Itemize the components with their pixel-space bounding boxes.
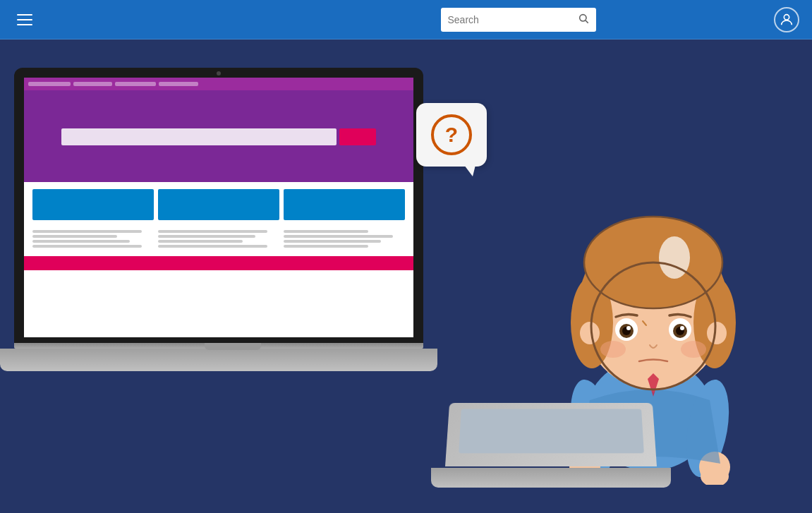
website-nav-item (73, 82, 112, 86)
laptop-screen-outer (14, 68, 423, 343)
website-header-bar (24, 78, 413, 90)
svg-line-1 (586, 20, 588, 23)
search-icon (578, 13, 589, 27)
laptop-base (0, 349, 437, 371)
text-col-1 (32, 230, 154, 248)
website-cards-section (24, 182, 413, 224)
hamburger-line-3 (17, 24, 32, 25)
website-footer-bar (24, 256, 413, 270)
text-line (284, 235, 393, 238)
text-line (32, 240, 130, 243)
user-profile-button[interactable] (774, 7, 799, 32)
website-nav-item (159, 82, 198, 86)
desk-laptop-screen-display (459, 409, 644, 454)
header-left (13, 10, 37, 30)
website-card-1 (32, 189, 154, 220)
website-hero-section (24, 90, 413, 182)
header-right (774, 7, 799, 32)
main-content: ? (0, 40, 812, 513)
hamburger-line-1 (17, 14, 32, 16)
website-search-mockup (61, 128, 375, 145)
website-nav-item (28, 82, 71, 86)
text-line (158, 245, 267, 248)
text-line (158, 235, 255, 238)
website-search-btn-mock (339, 128, 376, 145)
search-input[interactable] (448, 14, 574, 25)
desk-laptop-base (431, 468, 671, 488)
svg-point-16 (626, 326, 631, 330)
question-bubble: ? (416, 103, 494, 174)
text-line (284, 230, 368, 233)
question-circle: ? (431, 114, 472, 155)
bubble-box: ? (416, 103, 487, 167)
hamburger-menu[interactable] (13, 10, 37, 30)
text-line (158, 230, 267, 233)
svg-point-0 (579, 14, 586, 20)
header (0, 0, 812, 40)
website-text-area (24, 224, 413, 253)
website-card-2 (158, 189, 279, 220)
bubble-tail (464, 165, 475, 176)
question-mark: ? (445, 124, 458, 145)
text-line (284, 245, 368, 248)
website-nav-item (115, 82, 156, 86)
svg-point-24 (707, 322, 727, 344)
hamburger-line-2 (17, 19, 32, 20)
text-line (32, 235, 117, 238)
svg-point-20 (680, 326, 684, 330)
website-search-input-mock (61, 128, 336, 145)
laptop-base-area (14, 343, 452, 371)
text-col-3 (284, 230, 405, 248)
svg-point-22 (681, 341, 706, 358)
svg-point-23 (580, 322, 600, 344)
desk-laptop (431, 396, 671, 488)
laptop-screen-inner (24, 78, 413, 337)
text-line (32, 245, 142, 248)
svg-point-21 (600, 341, 626, 358)
text-line (284, 240, 381, 243)
website-card-3 (284, 189, 405, 220)
laptop-notch (205, 343, 261, 350)
svg-point-2 (784, 14, 789, 19)
desk-laptop-lid (445, 403, 657, 466)
laptop-camera (217, 71, 221, 76)
text-line (32, 230, 142, 233)
text-line (158, 240, 243, 243)
laptop-mockup (14, 68, 452, 421)
text-col-2 (158, 230, 279, 248)
search-bar (441, 8, 596, 32)
